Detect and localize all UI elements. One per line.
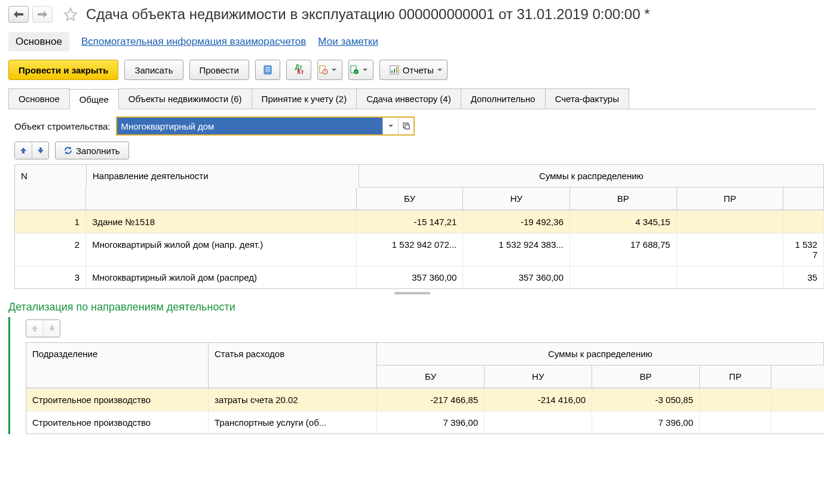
cell-extra [783, 211, 824, 233]
cell-bu: 1 532 942 072... [357, 233, 464, 266]
tab-invoices[interactable]: Счета-фактуры [545, 88, 629, 109]
dth-bu[interactable]: БУ [377, 365, 485, 388]
cell-pr [677, 211, 784, 233]
th-nu[interactable]: НУ [463, 188, 570, 210]
splitter[interactable] [0, 289, 824, 297]
table-row[interactable]: Строительное производство Транспортные у… [26, 411, 824, 434]
dcell-bu: -217 466,85 [377, 389, 485, 411]
dth-nu[interactable]: НУ [485, 365, 592, 388]
dcell-stat: затраты счета 20.02 [209, 389, 377, 411]
dcell-pod: Строительное производство [26, 389, 209, 411]
dcell-nu [485, 411, 592, 434]
cell-bu: 357 360,00 [357, 266, 464, 288]
cell-pr [677, 233, 784, 266]
tab-extra[interactable]: Дополнительно [461, 88, 546, 109]
tab-objects[interactable]: Объекты недвижимости (6) [118, 88, 252, 109]
clock-doc-icon [318, 65, 328, 75]
dcell-pr [700, 389, 771, 411]
dcell-nu: -214 416,00 [485, 389, 592, 411]
detail-move-down-button[interactable] [43, 320, 60, 337]
reports-button[interactable]: Отчеты [379, 60, 448, 80]
fill-label: Заполнить [76, 146, 120, 156]
open-button[interactable] [398, 118, 413, 134]
related-button[interactable] [348, 60, 373, 80]
cell-dir: Многоквартирый жилой дом (напр. деят.) [86, 233, 356, 266]
dth-vr[interactable]: ВР [592, 365, 700, 388]
table-row[interactable]: Строительное производство затраты счета … [26, 388, 824, 411]
cell-nu: 1 532 924 383... [463, 233, 570, 266]
dcell-bu: 7 396,00 [377, 411, 485, 434]
chevron-down-icon [437, 67, 442, 72]
th-vr[interactable]: ВР [570, 188, 677, 210]
post-and-close-button[interactable]: Провести и закрыть [8, 60, 118, 80]
table-row[interactable]: 1 Здание №1518 -15 147,21 -19 492,36 4 3… [15, 210, 824, 233]
cell-vr: 17 688,75 [570, 233, 677, 266]
cell-nu: -19 492,36 [463, 211, 570, 233]
table-row[interactable]: 2 Многоквартирый жилой дом (напр. деят.)… [15, 233, 824, 266]
tab-general[interactable]: Общее [69, 89, 119, 109]
cell-dir: Здание №1518 [86, 211, 356, 233]
detail-move-up-button[interactable] [26, 320, 43, 337]
open-icon [403, 122, 410, 130]
fill-button[interactable]: Заполнить [55, 142, 129, 159]
back-button[interactable] [8, 6, 29, 23]
post-button[interactable]: Провести [189, 60, 249, 80]
arrow-up-icon [20, 147, 27, 154]
save-button[interactable]: Записать [124, 60, 183, 80]
object-input-wrap [116, 116, 415, 136]
refresh-icon [64, 146, 72, 155]
th-n-spacer [15, 188, 86, 210]
tabs: Основное Общее Объекты недвижимости (6) … [8, 88, 816, 109]
th-pr[interactable]: ПР [677, 188, 784, 210]
dcell-pod: Строительное производство [26, 411, 209, 434]
th-dir-spacer [86, 188, 356, 210]
object-label: Объект строительства: [14, 121, 110, 131]
attach-button[interactable] [317, 60, 342, 80]
page-title: Сдача объекта недвижимости в эксплуатаци… [86, 6, 650, 23]
dcell-vr: 7 396,00 [592, 411, 700, 434]
star-icon[interactable] [62, 6, 79, 23]
dth-sum[interactable]: Суммы к распределению [377, 343, 824, 365]
chevron-down-icon [388, 124, 393, 128]
tab-investor[interactable]: Сдача инвестору (4) [356, 88, 461, 109]
object-input[interactable] [117, 118, 382, 134]
dth-pod[interactable]: Подразделение [26, 343, 209, 365]
cell-n: 3 [15, 266, 86, 288]
th-n[interactable]: N [15, 165, 87, 188]
tab-main[interactable]: Основное [8, 88, 70, 109]
chevron-down-icon [363, 67, 367, 72]
dtkt-button[interactable]: ДтКт [286, 60, 311, 80]
tab-accept[interactable]: Принятие к учету (2) [252, 88, 357, 109]
arrow-down-icon [37, 147, 44, 154]
section-tab-notes[interactable]: Мои заметки [318, 36, 378, 48]
svg-rect-11 [396, 67, 397, 73]
detail-table: Подразделение Статья расходов Суммы к ра… [26, 342, 824, 434]
dth-pod-spacer [26, 365, 209, 388]
section-tab-aux[interactable]: Вспомогательная информация взаиморасчето… [81, 36, 306, 48]
svg-rect-0 [264, 66, 271, 74]
th-bu[interactable]: БУ [357, 188, 464, 210]
svg-point-7 [354, 69, 359, 74]
th-extra[interactable] [783, 188, 824, 210]
reports-label: Отчеты [403, 65, 434, 75]
move-down-button[interactable] [32, 142, 48, 159]
cell-dir: Многоквартирный жилой дом (распред) [86, 266, 356, 288]
register-button[interactable] [255, 60, 280, 80]
dropdown-button[interactable] [382, 118, 398, 134]
move-up-button[interactable] [15, 142, 32, 159]
th-sum[interactable]: Суммы к распределению [359, 165, 824, 188]
dth-stat-spacer [209, 365, 377, 388]
table-row[interactable]: 3 Многоквартирный жилой дом (распред) 35… [15, 266, 824, 288]
dth-stat[interactable]: Статья расходов [209, 343, 377, 365]
cell-bu: -15 147,21 [357, 211, 464, 233]
th-direction[interactable]: Направление деятельности [87, 165, 359, 188]
main-table: N Направление деятельности Суммы к распр… [14, 164, 824, 289]
forward-button[interactable] [32, 6, 53, 23]
dcell-pr [700, 411, 771, 434]
cell-extra: 1 532 7 [783, 233, 824, 266]
cell-pr [677, 266, 784, 288]
dth-pr[interactable]: ПР [700, 365, 771, 388]
section-tab-main[interactable]: Основное [8, 32, 69, 51]
arrow-down-icon [48, 325, 56, 332]
chart-icon [390, 65, 399, 75]
